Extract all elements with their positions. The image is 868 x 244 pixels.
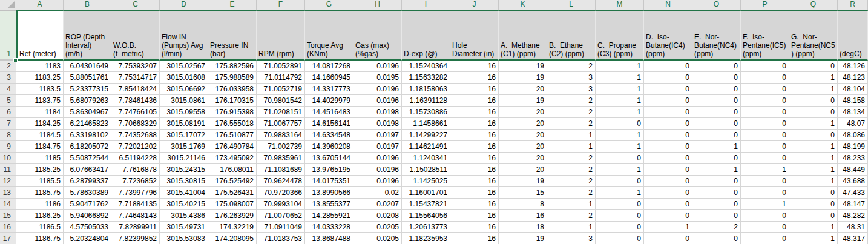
cell-R7[interactable]: 48.07 xyxy=(838,118,868,130)
cell-K16[interactable]: 18 xyxy=(499,222,547,233)
cell-I9[interactable]: 1.14621491 xyxy=(402,141,450,153)
header-cell-I1[interactable]: D-exp (@) xyxy=(402,11,450,61)
cell-J14[interactable]: 16 xyxy=(450,199,499,210)
cell-I17[interactable]: 1.18235953 xyxy=(402,233,450,244)
cell-E2[interactable]: 175.882596 xyxy=(208,61,257,72)
header-cell-J1[interactable]: Hole Diameter (in) xyxy=(450,11,499,61)
cell-H8[interactable]: 0.0197 xyxy=(353,130,402,141)
column-header-E[interactable]: E xyxy=(208,0,257,11)
cell-I6[interactable]: 1.15730886 xyxy=(402,107,450,118)
cell-F4[interactable]: 71.0052719 xyxy=(257,84,305,95)
cell-K8[interactable]: 20 xyxy=(499,130,547,141)
cell-O17[interactable]: 0 xyxy=(692,233,741,244)
column-header-I[interactable]: I xyxy=(402,0,450,11)
cell-G7[interactable]: 14.6156141 xyxy=(305,118,353,130)
cell-P5[interactable]: 0 xyxy=(741,95,789,107)
cell-Q12[interactable]: 1 xyxy=(789,176,838,187)
cell-H13[interactable]: 0.02 xyxy=(353,187,402,199)
cell-R12[interactable]: 43.688 xyxy=(838,176,868,187)
cell-G14[interactable]: 13.8555377 xyxy=(305,199,353,210)
cell-O8[interactable]: 0 xyxy=(692,130,741,141)
cell-N6[interactable]: 0 xyxy=(644,107,692,118)
header-cell-R1[interactable]: (degC) xyxy=(838,11,868,61)
cell-H7[interactable]: 0.0198 xyxy=(353,118,402,130)
cell-A9[interactable]: 1184.75 xyxy=(16,141,64,153)
header-cell-C1[interactable]: W.O.B. (t_metric) xyxy=(111,11,160,61)
cell-F15[interactable]: 71.0070652 xyxy=(257,210,305,222)
cell-N5[interactable]: 0 xyxy=(644,95,692,107)
cell-D2[interactable]: 3015.02567 xyxy=(160,61,208,72)
cell-F5[interactable]: 70.9801542 xyxy=(257,95,305,107)
cell-J6[interactable]: 16 xyxy=(450,107,499,118)
cell-F14[interactable]: 70.9993104 xyxy=(257,199,305,210)
cell-M5[interactable]: 1 xyxy=(596,95,644,107)
cell-B4[interactable]: 5.23377315 xyxy=(64,84,111,95)
cell-D5[interactable]: 3015.0861 xyxy=(160,95,208,107)
cell-P15[interactable]: 0 xyxy=(741,210,789,222)
cell-R10[interactable]: 48.233 xyxy=(838,153,868,164)
cell-C10[interactable]: 6.51194228 xyxy=(111,153,160,164)
cell-P3[interactable]: 0 xyxy=(741,72,789,84)
cell-B6[interactable]: 5.86304967 xyxy=(64,107,111,118)
column-header-C[interactable]: C xyxy=(111,0,160,11)
cell-H11[interactable]: 0.0196 xyxy=(353,164,402,176)
cell-B2[interactable]: 6.04301649 xyxy=(64,61,111,72)
cell-R9[interactable]: 48.199 xyxy=(838,141,868,153)
cell-N11[interactable]: 0 xyxy=(644,164,692,176)
cell-J3[interactable]: 16 xyxy=(450,72,499,84)
cell-K4[interactable]: 20 xyxy=(499,84,547,95)
cell-G13[interactable]: 13.8990566 xyxy=(305,187,353,199)
cell-M10[interactable]: 0 xyxy=(596,153,644,164)
cell-P6[interactable]: 0 xyxy=(741,107,789,118)
cell-P16[interactable]: 0 xyxy=(741,222,789,233)
cell-J13[interactable]: 16 xyxy=(450,187,499,199)
header-cell-H1[interactable]: Gas (max) (%gas) xyxy=(353,11,402,61)
header-cell-B1[interactable]: ROP (Depth Interval) (m/h) xyxy=(64,11,111,61)
cell-P2[interactable]: 0 xyxy=(741,61,789,72)
cell-D6[interactable]: 3015.09558 xyxy=(160,107,208,118)
cell-P8[interactable]: 0 xyxy=(741,130,789,141)
column-header-K[interactable]: K xyxy=(499,0,547,11)
cell-O4[interactable]: 0 xyxy=(692,84,741,95)
row-header-11[interactable]: 11 xyxy=(0,164,16,176)
cell-G15[interactable]: 14.2855921 xyxy=(305,210,353,222)
cell-B10[interactable]: 5.50872544 xyxy=(64,153,111,164)
header-cell-M1[interactable]: C. Propane (C3) (ppm) xyxy=(596,11,644,61)
cell-Q14[interactable]: 0 xyxy=(789,199,838,210)
cell-M7[interactable]: 0 xyxy=(596,118,644,130)
cell-H5[interactable]: 0.0196 xyxy=(353,95,402,107)
cell-L15[interactable]: 2 xyxy=(547,210,596,222)
cell-E9[interactable]: 176.490784 xyxy=(208,141,257,153)
row-header-1[interactable]: 1 xyxy=(0,11,16,61)
cell-G9[interactable]: 14.3960208 xyxy=(305,141,353,153)
cell-P9[interactable]: 0 xyxy=(741,141,789,153)
column-header-L[interactable]: L xyxy=(547,0,596,11)
cell-J5[interactable]: 16 xyxy=(450,95,499,107)
cell-C11[interactable]: 7.7616878 xyxy=(111,164,160,176)
cell-I3[interactable]: 1.15633282 xyxy=(402,72,450,84)
cell-C9[interactable]: 7.72021202 xyxy=(111,141,160,153)
column-header-O[interactable]: O xyxy=(692,0,741,11)
cell-J4[interactable]: 16 xyxy=(450,84,499,95)
cell-E10[interactable]: 173.495092 xyxy=(208,153,257,164)
cell-A12[interactable]: 1185.5 xyxy=(16,176,64,187)
cell-G11[interactable]: 13.9765195 xyxy=(305,164,353,176)
cell-I4[interactable]: 1.18158063 xyxy=(402,84,450,95)
row-header-14[interactable]: 14 xyxy=(0,199,16,210)
cell-P11[interactable]: 1 xyxy=(741,164,789,176)
cell-C14[interactable]: 7.71884135 xyxy=(111,199,160,210)
cell-L2[interactable]: 2 xyxy=(547,61,596,72)
cell-E14[interactable]: 175.098007 xyxy=(208,199,257,210)
row-header-7[interactable]: 7 xyxy=(0,118,16,130)
cell-H12[interactable]: 0.0196 xyxy=(353,176,402,187)
cell-D11[interactable]: 3015.24315 xyxy=(160,164,208,176)
cell-A10[interactable]: 1185 xyxy=(16,153,64,164)
cell-Q13[interactable]: 0 xyxy=(789,187,838,199)
header-cell-D1[interactable]: Flow IN (Pumps) Avg (l/min) xyxy=(160,11,208,61)
cell-I8[interactable]: 1.14299227 xyxy=(402,130,450,141)
cell-D8[interactable]: 3015.17072 xyxy=(160,130,208,141)
cell-M13[interactable]: 1 xyxy=(596,187,644,199)
row-header-16[interactable]: 16 xyxy=(0,222,16,233)
cell-O11[interactable]: 1 xyxy=(692,164,741,176)
fill-handle[interactable] xyxy=(13,58,18,62)
